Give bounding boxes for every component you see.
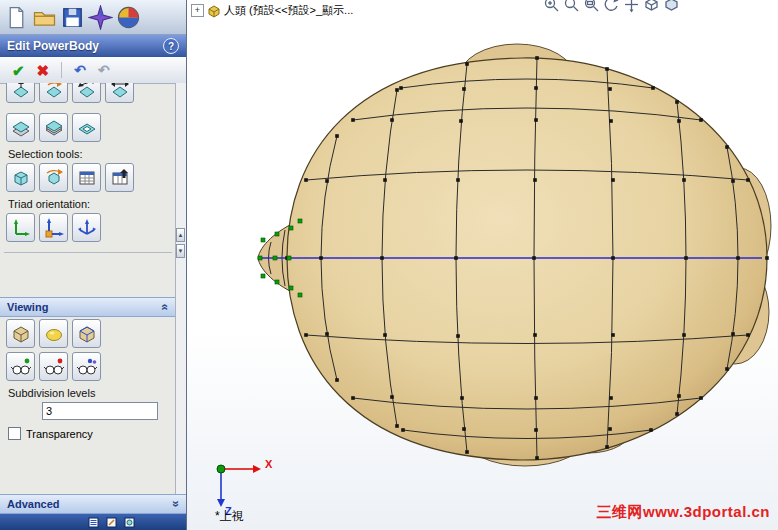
watermark-text: 三维网www.3dportal.cn [597,503,770,522]
select-grid-icon [77,168,97,188]
offset-face-icon [110,83,130,99]
tree-item-label: 人頭 (預設<<預設>_顯示... [224,3,353,18]
inset-button[interactable] [72,113,101,142]
section-spacer [0,253,176,297]
glasses-both-button[interactable] [72,352,101,381]
application-window: Edit PowerBody ? ✔ ✖ ↶ ↶ [0,0,778,530]
panel-scrollbar[interactable]: ▲ ▼ [175,83,186,497]
configurations-tab-icon[interactable] [124,517,135,528]
propertymanager-tab-icon[interactable] [106,517,117,528]
new-document-button[interactable] [4,5,29,30]
deform-tools-row [0,83,176,105]
display-style-icon[interactable] [663,0,680,13]
zoom-area-icon[interactable] [583,0,600,13]
viewing-group-header[interactable]: Viewing « [0,297,176,317]
panel-title: Edit PowerBody [7,39,99,53]
scroll-up-button[interactable]: ▲ [176,228,185,242]
tree-expand-icon[interactable]: + [191,4,204,17]
ok-button[interactable]: ✔ [12,63,25,78]
subdivision-levels-input[interactable] [42,402,158,420]
feature-tree-item[interactable]: + 人頭 (預設<<預設>_顯示... [191,3,353,18]
new-document-icon [4,5,29,30]
rotate-face-icon [44,83,64,99]
zoom-to-fit-icon[interactable] [563,0,580,13]
glasses-cage-button[interactable] [6,352,35,381]
move-face-button[interactable] [6,83,35,103]
panel-title-bar: Edit PowerBody ? [0,35,186,57]
view-cage-and-smooth-button[interactable] [72,319,101,348]
action-separator [61,62,62,78]
triad-orientation-row [0,211,176,244]
save-icon [60,5,85,30]
view-cage-icon [11,324,31,344]
scroll-down-button[interactable]: ▼ [176,244,185,258]
triad-normal-icon [77,218,97,238]
triad-world-button[interactable] [6,213,35,242]
redo-button[interactable]: ↶ [98,63,110,77]
render-sphere-button[interactable] [116,5,141,30]
origin-triad [211,455,291,517]
rotate-view-icon[interactable] [603,0,620,13]
extrude-icon [11,118,31,138]
standard-views-icon[interactable] [643,0,660,13]
render-sphere-icon [116,5,141,30]
featuremanager-tab-icon[interactable] [88,517,99,528]
part-icon [207,4,221,18]
select-loop-button[interactable] [39,163,68,192]
select-loop-icon [44,168,64,188]
extrude-button[interactable] [6,113,35,142]
select-column-button[interactable] [105,163,134,192]
save-button[interactable] [60,5,85,30]
rotate-face-button[interactable] [39,83,68,103]
manager-tab-bar [0,514,186,530]
pan-icon[interactable] [623,0,640,13]
transparency-row: Transparency [0,422,176,445]
help-button[interactable]: ? [163,38,179,54]
glasses-smooth-icon [44,357,64,377]
subdivision-input-row [0,400,176,422]
offset-face-button[interactable] [105,83,134,103]
thicken-button[interactable] [39,113,68,142]
expand-chevron-icon: « [170,501,182,508]
scale-face-button[interactable] [72,83,101,103]
graphics-viewport[interactable]: + 人頭 (預設<<預設>_顯示... [187,0,778,530]
glasses-smooth-button[interactable] [39,352,68,381]
undo-button[interactable]: ↶ [74,63,86,77]
view-smooth-button[interactable] [39,319,68,348]
open-document-icon [32,5,57,30]
zoom-in-icon[interactable] [543,0,560,13]
move-face-icon [11,83,31,99]
triad-normal-button[interactable] [72,213,101,242]
advanced-group-header[interactable]: Advanced « [0,494,186,514]
collapse-chevron-icon: « [160,304,172,311]
advanced-group-label: Advanced [7,498,60,510]
triad-orientation-label: Triad orientation: [0,194,176,211]
glasses-both-icon [77,357,97,377]
glasses-cage-icon [11,357,31,377]
power-surfacing-button[interactable] [88,5,113,30]
selection-tools-row [0,161,176,194]
select-grid-button[interactable] [72,163,101,192]
select-box-button[interactable] [6,163,35,192]
scroll-down-icon: ▼ [178,248,184,254]
select-column-icon [110,168,130,188]
scale-face-icon [77,83,97,99]
model-head[interactable] [187,0,778,530]
thicken-tools-row [0,111,176,144]
main-toolbar [0,0,186,35]
viewing-glasses-row [0,350,176,383]
viewing-mode-row [0,317,176,350]
triad-local-icon [44,218,64,238]
select-box-icon [11,168,31,188]
open-document-button[interactable] [32,5,57,30]
power-surfacing-icon [88,5,113,30]
property-manager-panel: Edit PowerBody ? ✔ ✖ ↶ ↶ [0,0,187,530]
triad-local-button[interactable] [39,213,68,242]
view-cage-button[interactable] [6,319,35,348]
transparency-checkbox[interactable] [8,427,21,440]
cancel-button[interactable]: ✖ [37,63,50,78]
thicken-icon [44,118,64,138]
panel-action-bar: ✔ ✖ ↶ ↶ [0,57,186,84]
panel-body: Selection tools: [0,83,176,497]
selection-tools-label: Selection tools: [0,144,176,161]
